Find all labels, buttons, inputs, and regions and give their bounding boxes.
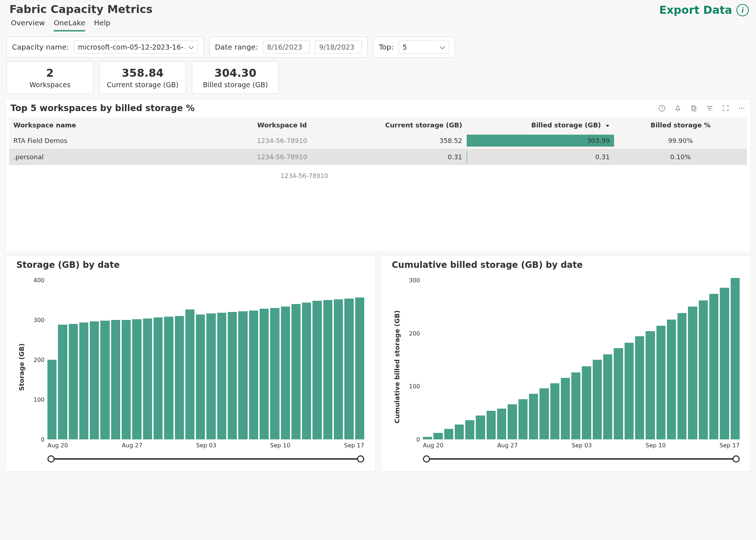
time-slider[interactable] <box>51 458 361 460</box>
time-slider[interactable] <box>427 458 736 460</box>
bar[interactable] <box>355 298 364 439</box>
copy-icon[interactable] <box>690 104 698 112</box>
capacity-select[interactable]: microsoft-com-05-12-2023-16- … <box>74 41 198 54</box>
bar[interactable] <box>614 348 623 439</box>
col-billed[interactable]: Billed storage (GB) <box>467 118 614 132</box>
bar[interactable] <box>90 321 99 439</box>
bar[interactable] <box>175 316 184 439</box>
bar[interactable] <box>344 299 353 439</box>
bar[interactable] <box>111 320 120 439</box>
bar[interactable] <box>625 343 634 439</box>
focus-mode-icon[interactable] <box>722 104 730 112</box>
x-tick: Sep 10 <box>646 442 666 449</box>
bar[interactable] <box>47 360 56 439</box>
chart-plot[interactable]: 0100200300 Aug 20Aug 27Sep 03Sep 10Sep 1… <box>401 273 743 461</box>
bar[interactable] <box>238 311 247 439</box>
bar[interactable] <box>217 313 226 439</box>
export-data-button[interactable]: Export Data i <box>659 4 749 16</box>
bar[interactable] <box>185 309 194 439</box>
y-axis-label: Cumulative billed storage (GB) <box>392 273 401 461</box>
bar[interactable] <box>249 311 258 439</box>
bar[interactable] <box>656 326 665 439</box>
bar[interactable] <box>423 437 432 439</box>
col-workspace-id[interactable]: Workspace Id <box>216 118 349 132</box>
top-select[interactable]: 5 <box>399 41 449 54</box>
bar[interactable] <box>228 312 237 439</box>
bar[interactable] <box>688 307 697 439</box>
more-icon[interactable] <box>738 104 746 112</box>
filter-icon[interactable] <box>706 104 714 112</box>
bar[interactable] <box>69 324 78 439</box>
slider-handle-end[interactable] <box>357 455 364 463</box>
tab-onelake[interactable]: OneLake <box>54 17 85 31</box>
bar[interactable] <box>561 378 570 439</box>
bar[interactable] <box>529 394 538 439</box>
slider-handle-start[interactable] <box>47 455 55 463</box>
bar[interactable] <box>206 313 215 439</box>
slider-handle-end[interactable] <box>732 455 740 463</box>
bar[interactable] <box>603 354 612 439</box>
bar[interactable] <box>476 415 485 439</box>
bar[interactable] <box>518 399 528 439</box>
chevron-down-icon <box>188 43 194 51</box>
bar[interactable] <box>132 319 141 439</box>
pin-icon[interactable] <box>674 104 682 112</box>
bar[interactable] <box>667 320 676 439</box>
bar[interactable] <box>677 313 686 439</box>
svg-rect-3 <box>693 107 696 111</box>
bar[interactable] <box>444 429 453 439</box>
cell-workspace-id: 1234-56-78910 <box>216 132 349 149</box>
bar[interactable] <box>270 308 279 439</box>
bar[interactable] <box>100 321 109 439</box>
tab-help[interactable]: Help <box>94 17 110 31</box>
cell-workspace-id: 1234-56-78910 <box>216 149 349 165</box>
bar[interactable] <box>508 404 517 439</box>
bar[interactable] <box>58 325 67 439</box>
date-end-input[interactable]: 9/18/2023 <box>315 41 362 54</box>
bar[interactable] <box>302 303 311 439</box>
bar[interactable] <box>497 409 506 439</box>
bar[interactable] <box>323 300 332 439</box>
bar[interactable] <box>122 320 131 439</box>
metric-label: Billed storage (GB) <box>200 81 271 89</box>
col-billed-pct[interactable]: Billed storage % <box>614 118 747 132</box>
bar[interactable] <box>433 433 442 439</box>
bar[interactable] <box>79 322 88 439</box>
bar[interactable] <box>143 318 152 439</box>
date-range-label: Date range: <box>215 43 258 51</box>
bar[interactable] <box>334 299 343 439</box>
bar[interactable] <box>539 388 549 439</box>
bar[interactable] <box>593 360 602 439</box>
date-start-input[interactable]: 8/16/2023 <box>263 41 310 54</box>
bar[interactable] <box>550 383 559 439</box>
bar[interactable] <box>571 372 580 439</box>
info-icon[interactable]: i <box>736 4 749 16</box>
bar[interactable] <box>291 304 301 439</box>
tab-overview[interactable]: Overview <box>11 17 45 31</box>
bar[interactable] <box>699 300 708 439</box>
bar[interactable] <box>465 420 474 439</box>
help-icon[interactable]: ? <box>658 104 666 112</box>
cell-billed: 0.31 <box>467 149 614 165</box>
bar[interactable] <box>312 301 322 439</box>
chart-plot[interactable]: 0100200300400 Aug 20Aug 27Sep 03Sep 10Se… <box>25 273 368 461</box>
bar[interactable] <box>731 278 740 439</box>
col-workspace[interactable]: Workspace name <box>9 118 216 132</box>
x-tick: Sep 10 <box>270 442 290 449</box>
table-row[interactable]: RTA Field Demos 1234-56-78910 358.52 303… <box>9 132 747 149</box>
slider-handle-start[interactable] <box>423 455 430 463</box>
bar[interactable] <box>720 288 729 439</box>
bar[interactable] <box>154 317 163 439</box>
col-current[interactable]: Current storage (GB) <box>348 118 466 132</box>
bar[interactable] <box>196 315 205 439</box>
bar[interactable] <box>260 309 269 439</box>
bar[interactable] <box>646 331 655 439</box>
table-row[interactable]: .personal 1234-56-78910 0.31 0.31 0.10% <box>9 149 747 165</box>
bar[interactable] <box>455 425 464 439</box>
bar[interactable] <box>164 317 173 439</box>
bar[interactable] <box>487 411 496 439</box>
bar[interactable] <box>709 294 718 439</box>
bar[interactable] <box>582 366 591 439</box>
bar[interactable] <box>635 336 644 439</box>
bar[interactable] <box>281 307 290 439</box>
